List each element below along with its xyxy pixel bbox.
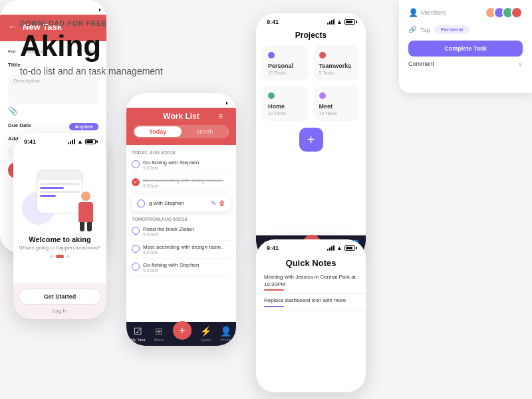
phone-welcome: 9:41 ▲ bbox=[13, 133, 106, 319]
battery-icon bbox=[85, 139, 96, 144]
person-body bbox=[78, 202, 93, 222]
welcome-subtitle: Whats going to happen tomorrow? bbox=[19, 245, 101, 251]
tag-label: Tag bbox=[420, 27, 430, 33]
task-content: Read the book Zlatan 9:00am bbox=[143, 226, 194, 237]
project-card[interactable]: Home 10 Tasks bbox=[263, 86, 309, 121]
project-dot bbox=[319, 52, 326, 59]
note-item[interactable]: Meeting with Jessica in Central Park at … bbox=[256, 271, 366, 294]
complete-task-button[interactable]: Complete Task bbox=[408, 41, 523, 57]
date-label: TOMORROW,AUG 5/2018 bbox=[132, 214, 231, 223]
project-name: Teamworks bbox=[319, 63, 354, 69]
note-item[interactable]: Replace dashboard icon with more bbox=[256, 294, 366, 310]
task-text: Meet according with design team.. bbox=[143, 244, 223, 250]
wifi-icon: ▲ bbox=[80, 7, 86, 13]
task-time: 9:00am bbox=[143, 184, 223, 188]
task-checkbox[interactable] bbox=[137, 200, 145, 207]
delete-icon[interactable]: 🗑 bbox=[219, 200, 225, 207]
wifi-icon: ▲ bbox=[336, 245, 342, 251]
task-time: 9:00am bbox=[143, 232, 194, 237]
tab-month[interactable]: Month bbox=[182, 126, 229, 137]
status-icons: ▲ bbox=[327, 245, 355, 251]
add-button[interactable]: + bbox=[173, 321, 192, 340]
task-checkbox-done[interactable]: ✓ bbox=[132, 178, 140, 186]
login-link[interactable]: Log In bbox=[19, 308, 101, 314]
person-leg bbox=[87, 222, 92, 231]
task-item[interactable]: Meet according with design team.. 9:00am bbox=[132, 241, 231, 259]
task-expanded[interactable]: g with Stephen ✎ 🗑 bbox=[132, 195, 231, 211]
quick-icon: ⚡ bbox=[200, 326, 211, 336]
person-leg bbox=[80, 222, 84, 231]
members-row: 👤 Members bbox=[408, 7, 523, 19]
time-display: 9:41 bbox=[137, 100, 149, 106]
download-label: DOWNLOAD FOR FREE bbox=[20, 20, 166, 27]
welcome-illustration bbox=[19, 152, 101, 231]
status-bar: 9:41 ▲ bbox=[126, 96, 236, 108]
note-line bbox=[264, 289, 284, 291]
app-name: Aking bbox=[20, 31, 166, 61]
task-text: Go fishing with Stephen bbox=[143, 160, 200, 166]
description-input[interactable]: Description bbox=[8, 74, 98, 104]
welcome-bottom: Get Started Log In bbox=[13, 283, 106, 319]
project-dot bbox=[319, 92, 326, 99]
task-content: Meet according with design team.. 9:00am bbox=[143, 178, 223, 188]
nav-menu[interactable]: ⊞ Menu bbox=[154, 326, 164, 342]
time-display: 9:41 bbox=[8, 7, 20, 13]
nav-label: Quick bbox=[201, 338, 211, 342]
filter-icon[interactable]: ≡ bbox=[218, 112, 223, 121]
project-name: Meet bbox=[319, 103, 354, 110]
task-item[interactable]: Go fishing with Stephen 9:00am bbox=[132, 259, 231, 277]
task-icon: ☑ bbox=[134, 326, 142, 336]
header-inner: Work List ≡ bbox=[133, 112, 229, 121]
get-started-button[interactable]: Get Started bbox=[19, 289, 101, 305]
members-label: Members bbox=[421, 9, 482, 16]
task-checkbox[interactable] bbox=[132, 245, 140, 253]
task-item[interactable]: Read the book Zlatan 9:00am bbox=[132, 223, 231, 241]
avatar-group bbox=[485, 7, 523, 19]
edit-icon[interactable]: ✎ bbox=[211, 200, 216, 207]
note-line bbox=[264, 306, 284, 307]
signal-icon bbox=[198, 100, 205, 106]
time-display: 9:41 bbox=[24, 138, 36, 145]
task-content: Go fishing with Stephen 9:00am bbox=[143, 160, 200, 170]
nav-quick[interactable]: ⚡ Quick bbox=[200, 326, 211, 342]
project-card[interactable]: Teamworks 5 Tasks bbox=[314, 45, 360, 80]
cal-line-accent bbox=[40, 195, 56, 197]
status-bar: 9:41 ▲ bbox=[256, 16, 366, 27]
profile-icon: 👤 bbox=[220, 326, 231, 336]
task-item[interactable]: ✓ Meet according with design team.. 9:00… bbox=[132, 174, 231, 192]
signal-icon bbox=[68, 139, 75, 144]
task-checkbox[interactable] bbox=[132, 160, 140, 168]
status-icons: ▲ bbox=[68, 138, 96, 145]
note-text: Replace dashboard icon with more bbox=[264, 297, 358, 304]
attach-icon[interactable]: 📎 bbox=[8, 106, 98, 116]
project-dot bbox=[268, 52, 275, 59]
task-item[interactable]: Go fishing with Stephen 9:00am bbox=[132, 156, 231, 174]
projects-title: Projects bbox=[263, 31, 359, 40]
nav-mytask[interactable]: ☑ My Task bbox=[131, 326, 146, 342]
project-name: Personal bbox=[268, 63, 303, 69]
nav-profile[interactable]: 👤 Profile bbox=[220, 326, 231, 342]
status-bar: 9:41 ▲ bbox=[0, 3, 106, 15]
back-arrow-icon[interactable]: ← bbox=[8, 21, 17, 32]
signal-icon bbox=[70, 7, 78, 13]
project-card[interactable]: Meet 10 Tasks bbox=[314, 86, 360, 121]
anytime-badge[interactable]: Anytime bbox=[69, 123, 98, 130]
tabs-row: Today Month bbox=[133, 125, 229, 138]
battery-icon bbox=[344, 245, 355, 251]
chevron-down-icon: ∨ bbox=[518, 61, 523, 67]
phone-projects: 9:41 ▲ Projects Personal 10 Tasks Teamwo… bbox=[256, 13, 366, 259]
task-checkbox[interactable] bbox=[132, 227, 140, 235]
task-expanded-text: g with Stephen bbox=[149, 200, 207, 206]
date-row: Due Date Anytime bbox=[8, 122, 98, 130]
project-card[interactable]: Personal 10 Tasks bbox=[263, 45, 309, 80]
person-illustration bbox=[76, 192, 96, 231]
tab-today[interactable]: Today bbox=[134, 126, 182, 137]
status-icons: ▲ bbox=[70, 7, 98, 13]
bottom-nav: ☑ My Task ⊞ Menu + ⚡ Quick 👤 Profile bbox=[126, 322, 236, 346]
add-project-button[interactable]: + bbox=[299, 128, 323, 152]
due-date-label: Due Date bbox=[8, 122, 31, 128]
app-tagline: to-do list and an task management bbox=[20, 66, 166, 76]
project-tasks: 10 Tasks bbox=[268, 70, 303, 75]
comment-row: Comment ∨ bbox=[408, 61, 523, 67]
task-checkbox[interactable] bbox=[132, 263, 140, 271]
